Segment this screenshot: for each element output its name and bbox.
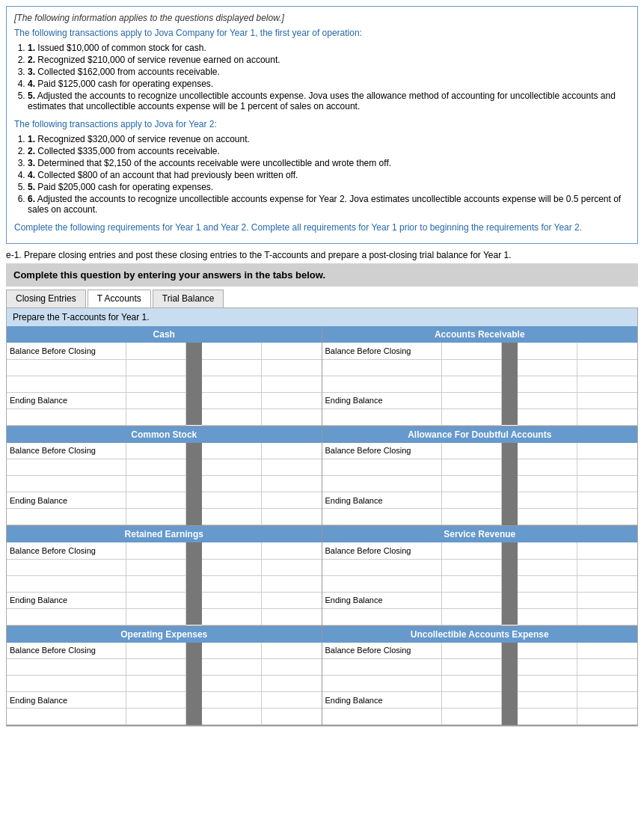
cash-row-3 [7,376,322,392]
allowance-row-last [322,509,638,525]
cash-d1-3[interactable] [126,376,186,392]
tab-closing-entries[interactable]: Closing Entries [6,290,86,307]
ar-row-2 [322,359,638,376]
ar-row-1: Balance Before Closing [322,343,638,359]
uae-table: Balance Before Closing [322,643,638,726]
year2-item-5: 5. Paid $205,000 cash for operating expe… [28,182,630,192]
re-row-3 [7,575,322,592]
account-uncollectible: Uncollectible Accounts Expense Balance B… [322,626,638,726]
prepare-label: Prepare the T-accounts for Year 1. [7,308,637,326]
year1-item-3: 3. Collected $162,000 from accounts rece… [28,67,630,77]
cash-d2-1[interactable] [202,343,262,359]
cash-d2-last[interactable] [202,408,262,425]
cs-row-3 [7,476,322,492]
tab-t-accounts[interactable]: T Accounts [88,290,151,307]
year1-list: 1. Issued $10,000 of common stock for ca… [14,43,630,111]
cash-d1-2[interactable] [126,359,186,376]
uae-row-3 [322,676,638,692]
italic-header: [The following information applies to th… [14,13,630,23]
t-accounts-grid: Cash Balance Before Closing [7,326,637,726]
cash-row-2 [7,359,322,376]
ar-row-last [322,408,638,425]
account-service-revenue: Service Revenue Balance Before Closing [322,526,638,626]
allowance-table: Balance Before Closing [322,443,638,526]
re-table: Balance Before Closing [7,542,322,625]
sr-row-2 [322,559,638,575]
re-row-last [7,608,322,625]
sr-row-ending: Ending Balance [322,592,638,608]
tab-content: Prepare the T-accounts for Year 1. Cash … [6,307,638,726]
year1-item-4: 4. Paid $125,000 cash for operating expe… [28,79,630,89]
cash-d3-3[interactable] [262,376,322,392]
year2-item-1: 1. Recognized $320,000 of service revenu… [28,134,630,144]
account-allowance: Allowance For Doubtful Accounts Balance … [322,426,638,527]
ar-ending-label: Ending Balance [322,392,442,408]
cash-d1-last[interactable] [126,408,186,425]
cash-label-last [7,408,126,425]
account-operating-expenses: Operating Expenses Balance Before Closin… [7,626,322,726]
retained-earnings-header: Retained Earnings [7,526,322,542]
ar-table: Balance Before Closing [322,343,638,426]
cash-ending-d3[interactable] [262,392,322,408]
account-cash: Cash Balance Before Closing [7,326,322,426]
cash-ending-label: Ending Balance [7,392,126,408]
year1-intro: The following transactions apply to Jova… [14,28,630,38]
cash-label-2 [7,359,126,376]
oe-row-1: Balance Before Closing [7,643,322,659]
uae-row-1: Balance Before Closing [322,643,638,659]
complete-box: Complete this question by entering your … [6,263,638,287]
account-ar: Accounts Receivable Balance Before Closi… [322,326,638,426]
cash-d1-1[interactable] [126,343,186,359]
cash-d3-2[interactable] [262,359,322,376]
sr-table: Balance Before Closing [322,542,638,625]
year2-list: 1. Recognized $320,000 of service revenu… [14,134,630,215]
cash-label-1: Balance Before Closing [7,343,126,359]
ar-header: Accounts Receivable [322,326,638,343]
sr-row-1: Balance Before Closing [322,542,638,559]
cash-d3-1[interactable] [262,343,322,359]
oe-row-3 [7,676,322,692]
re-row-2 [7,559,322,575]
allowance-row-ending: Ending Balance [322,492,638,509]
cash-ending-d1[interactable] [126,392,186,408]
cash-table: Balance Before Closing [7,343,322,426]
year2-item-6: 6. Adjusted the accounts to recognize un… [28,194,630,215]
year2-item-4: 4. Collected $800 of an account that had… [28,170,630,180]
cash-d3-last[interactable] [262,408,322,425]
cash-ending-d2[interactable] [202,392,262,408]
complete-req: Complete the following requirements for … [14,222,630,233]
cash-d2-3[interactable] [202,376,262,392]
account-retained-earnings: Retained Earnings Balance Before Closing [7,526,322,626]
cash-row-1: Balance Before Closing [7,343,322,359]
cash-d2-2[interactable] [202,359,262,376]
cash-row-last [7,408,322,425]
year1-item-1: 1. Issued $10,000 of common stock for ca… [28,43,630,53]
tabs-row: Closing Entries T Accounts Trial Balance [6,290,638,307]
uae-row-2 [322,659,638,676]
oe-table: Balance Before Closing [7,643,322,726]
oe-row-last [7,709,322,725]
cs-row-ending: Ending Balance [7,492,322,509]
ar-d3-1[interactable] [577,343,637,359]
ar-d1-1[interactable] [442,343,502,359]
tab-trial-balance[interactable]: Trial Balance [153,290,224,307]
cs-row-1: Balance Before Closing [7,443,322,459]
oe-row-ending: Ending Balance [7,692,322,709]
allowance-row-3 [322,476,638,492]
cs-row-2 [7,459,322,476]
cash-label-3 [7,376,126,392]
allowance-row-1: Balance Before Closing [322,443,638,459]
service-revenue-header: Service Revenue [322,526,638,542]
ar-d2-1[interactable] [518,343,577,359]
cs-table: Balance Before Closing [7,443,322,526]
year2-item-2: 2. Collected $335,000 from accounts rece… [28,146,630,156]
ar-row-3 [322,376,638,392]
account-common-stock: Common Stock Balance Before Closing [7,426,322,527]
ar-row-ending: Ending Balance [322,392,638,408]
uncollectible-header: Uncollectible Accounts Expense [322,626,638,643]
allowance-row-2 [322,459,638,476]
cash-row-ending: Ending Balance [7,392,322,408]
year1-item-2: 2. Recognized $210,000 of service revenu… [28,55,630,65]
question-label: e-1. Prepare closing entries and post th… [6,250,638,260]
operating-expenses-header: Operating Expenses [7,626,322,643]
